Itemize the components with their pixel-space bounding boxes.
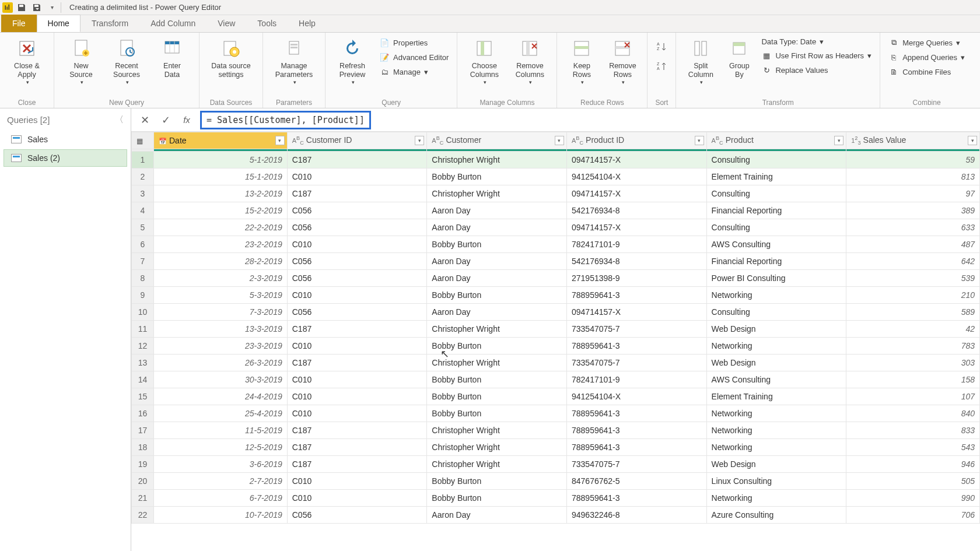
- cell-date[interactable]: 13-2-2019: [154, 185, 288, 202]
- cell-prodid[interactable]: 788959641-3: [566, 405, 706, 422]
- cell-date[interactable]: 23-3-2019: [154, 338, 288, 355]
- cell-prodid[interactable]: 094714157-X: [566, 185, 706, 202]
- filter-dropdown-icon[interactable]: ▾: [275, 136, 285, 145]
- enter-data-button[interactable]: Enter Data: [151, 35, 193, 79]
- cell-customer[interactable]: Bobby Burton: [427, 338, 567, 355]
- cell-custid[interactable]: C010: [287, 169, 427, 185]
- cell-custid[interactable]: C010: [287, 405, 427, 422]
- tab-tools[interactable]: Tools: [246, 15, 288, 32]
- cell-custid[interactable]: C010: [287, 236, 427, 253]
- cell-product[interactable]: Azure Consulting: [706, 507, 846, 524]
- cell-product[interactable]: Financial Reporting: [706, 202, 846, 219]
- remove-columns-button[interactable]: Remove Columns▾: [509, 35, 551, 86]
- cell-product[interactable]: Financial Reporting: [706, 253, 846, 270]
- cell-custid[interactable]: C056: [287, 304, 427, 321]
- cell-customer[interactable]: Christopher Wright: [427, 422, 567, 439]
- row-number[interactable]: 17: [132, 422, 154, 439]
- table-row[interactable]: 15-1-2019C187Christopher Wright094714157…: [132, 152, 980, 169]
- row-number[interactable]: 3: [132, 185, 154, 202]
- row-number[interactable]: 19: [132, 456, 154, 473]
- collapse-pane-icon[interactable]: 〈: [115, 114, 124, 125]
- first-row-headers-button[interactable]: ▦Use First Row as Headers ▾: [759, 49, 874, 62]
- cell-prodid[interactable]: 271951398-9: [566, 270, 706, 287]
- cell-custid[interactable]: C010: [287, 473, 427, 490]
- cell-date[interactable]: 2-3-2019: [154, 270, 288, 287]
- cell-sales[interactable]: 589: [846, 304, 980, 321]
- datatype-button[interactable]: Data Type: Date ▾: [759, 36, 874, 47]
- merge-queries-button[interactable]: ⧉Merge Queries ▾: [886, 36, 967, 49]
- cell-custid[interactable]: C187: [287, 152, 427, 169]
- cell-prodid[interactable]: 733547075-7: [566, 321, 706, 338]
- cell-product[interactable]: Networking: [706, 439, 846, 456]
- column-header-custid[interactable]: ABCCustomer ID▾: [287, 132, 427, 149]
- cell-customer[interactable]: Christopher Wright: [427, 355, 567, 371]
- row-number[interactable]: 7: [132, 253, 154, 270]
- cell-prodid[interactable]: 782417101-9: [566, 371, 706, 388]
- cell-sales[interactable]: 706: [846, 507, 980, 524]
- table-row[interactable]: 107-3-2019C056Aaron Day094714157-XConsul…: [132, 304, 980, 321]
- filter-dropdown-icon[interactable]: ▾: [968, 136, 977, 145]
- cell-prodid[interactable]: 094714157-X: [566, 304, 706, 321]
- table-row[interactable]: 313-2-2019C187Christopher Wright09471415…: [132, 185, 980, 202]
- cell-customer[interactable]: Aaron Day: [427, 507, 567, 524]
- table-row[interactable]: 1326-3-2019C187Christopher Wright7335470…: [132, 355, 980, 371]
- choose-columns-button[interactable]: Choose Columns▾: [463, 35, 505, 86]
- cell-product[interactable]: Networking: [706, 490, 846, 507]
- cell-customer[interactable]: Bobby Burton: [427, 405, 567, 422]
- tab-view[interactable]: View: [206, 15, 246, 32]
- cell-product[interactable]: AWS Consulting: [706, 236, 846, 253]
- row-number[interactable]: 4: [132, 202, 154, 219]
- cell-prodid[interactable]: 847676762-5: [566, 473, 706, 490]
- cell-sales[interactable]: 505: [846, 473, 980, 490]
- cell-date[interactable]: 15-2-2019: [154, 202, 288, 219]
- cell-prodid[interactable]: 788959641-3: [566, 439, 706, 456]
- manage-query-button[interactable]: 🗂Manage ▾: [377, 65, 451, 78]
- cell-product[interactable]: Networking: [706, 422, 846, 439]
- table-row[interactable]: 2210-7-2019C056Aaron Day949632246-8Azure…: [132, 507, 980, 524]
- cell-prodid[interactable]: 542176934-8: [566, 253, 706, 270]
- cell-sales[interactable]: 840: [846, 405, 980, 422]
- cell-customer[interactable]: Christopher Wright: [427, 321, 567, 338]
- column-header-date[interactable]: 📅Date▾: [154, 132, 288, 149]
- cell-product[interactable]: AWS Consulting: [706, 371, 846, 388]
- cell-product[interactable]: Networking: [706, 287, 846, 304]
- table-row[interactable]: 1812-5-2019C187Christopher Wright7889596…: [132, 439, 980, 456]
- cell-prodid[interactable]: 094714157-X: [566, 219, 706, 236]
- cell-product[interactable]: Web Design: [706, 355, 846, 371]
- row-number[interactable]: 1: [132, 152, 154, 169]
- cell-sales[interactable]: 946: [846, 456, 980, 473]
- cell-product[interactable]: Power BI Consulting: [706, 270, 846, 287]
- query-item-sales-2[interactable]: Sales (2): [4, 149, 127, 167]
- cell-sales[interactable]: 990: [846, 490, 980, 507]
- cell-custid[interactable]: C010: [287, 287, 427, 304]
- filter-dropdown-icon[interactable]: ▾: [555, 136, 564, 145]
- table-row[interactable]: 728-2-2019C056Aaron Day542176934-8Financ…: [132, 253, 980, 270]
- table-row[interactable]: 82-3-2019C056Aaron Day271951398-9Power B…: [132, 270, 980, 287]
- cell-customer[interactable]: Aaron Day: [427, 219, 567, 236]
- sort-desc-button[interactable]: ZA: [653, 58, 670, 75]
- cell-date[interactable]: 6-7-2019: [154, 490, 288, 507]
- row-number[interactable]: 2: [132, 169, 154, 185]
- cell-date[interactable]: 7-3-2019: [154, 304, 288, 321]
- split-column-button[interactable]: Split Column▾: [682, 35, 719, 86]
- cell-sales[interactable]: 543: [846, 439, 980, 456]
- cell-custid[interactable]: C187: [287, 355, 427, 371]
- cell-custid[interactable]: C010: [287, 338, 427, 355]
- column-header-prodid[interactable]: ABCProduct ID▾: [566, 132, 706, 149]
- table-row[interactable]: 1711-5-2019C187Christopher Wright7889596…: [132, 422, 980, 439]
- cell-prodid[interactable]: 788959641-3: [566, 287, 706, 304]
- append-queries-button[interactable]: ⎘Append Queries ▾: [886, 51, 967, 64]
- cell-date[interactable]: 26-3-2019: [154, 355, 288, 371]
- cell-product[interactable]: Element Training: [706, 388, 846, 405]
- group-by-button[interactable]: Group By: [723, 35, 755, 79]
- cell-date[interactable]: 15-1-2019: [154, 169, 288, 185]
- row-number[interactable]: 9: [132, 287, 154, 304]
- cell-custid[interactable]: C010: [287, 388, 427, 405]
- cell-date[interactable]: 23-2-2019: [154, 236, 288, 253]
- cell-sales[interactable]: 813: [846, 169, 980, 185]
- row-number[interactable]: 16: [132, 405, 154, 422]
- cell-date[interactable]: 2-7-2019: [154, 473, 288, 490]
- manage-parameters-button[interactable]: Manage Parameters▾: [269, 35, 319, 86]
- cell-prodid[interactable]: 941254104-X: [566, 169, 706, 185]
- table-row[interactable]: 623-2-2019C010Bobby Burton782417101-9AWS…: [132, 236, 980, 253]
